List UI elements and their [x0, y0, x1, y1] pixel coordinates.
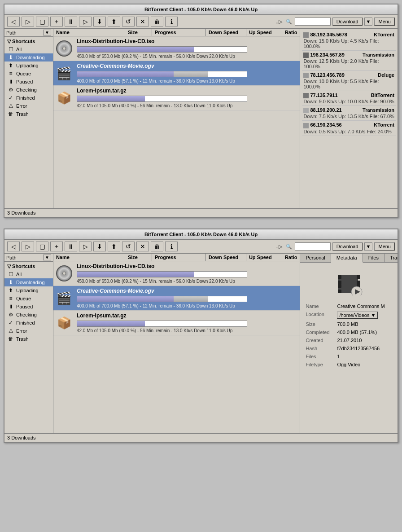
- meta-created-value: 21.07.2010: [335, 336, 394, 344]
- peer-client-1: KTorrent: [374, 32, 394, 37]
- torrent-list-1: Linux-Distribution-Live-CD.iso 450.0 Mb …: [53, 36, 300, 208]
- torrent-item-2-3[interactable]: 📦 Lorem-Ipsum.tar.gz 42.0 Mb of 105.0 Mb…: [53, 311, 300, 335]
- progress-fill-2-2: [77, 296, 174, 302]
- th-downspeed[interactable]: Down Speed: [206, 29, 246, 36]
- remove-button-2[interactable]: ✕: [136, 242, 149, 251]
- sidebar-item-all[interactable]: ☐ All: [4, 45, 53, 53]
- peer-icon-5: [303, 108, 309, 113]
- delete-button-2[interactable]: 🗑: [151, 242, 163, 251]
- torrent-item-1[interactable]: Linux-Distribution-Live-CD.iso 450.0 Mb …: [53, 36, 300, 61]
- sidebar-item-trash-2[interactable]: 🗑 Trash: [4, 335, 53, 343]
- tab-files[interactable]: Files: [363, 254, 385, 262]
- th-progress[interactable]: Progress: [152, 29, 206, 36]
- path-arrow-2[interactable]: ▼: [43, 255, 51, 260]
- window-button[interactable]: ▢: [36, 17, 48, 26]
- tab-transfer[interactable]: Transfer: [385, 254, 398, 262]
- uploading-icon-2: ⬆: [7, 287, 14, 294]
- table-header-1: Name Size Progress Down Speed Up Speed R…: [53, 29, 300, 36]
- downloading-label: Downloading: [16, 55, 45, 60]
- forward-button-2[interactable]: ▷: [22, 242, 34, 251]
- pause-button-2[interactable]: ⏸: [65, 242, 77, 251]
- th-name[interactable]: Name: [53, 29, 125, 36]
- up-button-2[interactable]: ⬆: [108, 242, 120, 251]
- progress-fill-2b: [174, 71, 208, 77]
- search-input-2[interactable]: [295, 242, 331, 251]
- info-button-2[interactable]: ℹ: [165, 242, 178, 251]
- remove-button[interactable]: ✕: [136, 17, 149, 26]
- all-icon: ☐: [7, 46, 14, 53]
- refresh-button[interactable]: ↺: [122, 17, 135, 26]
- peer-stats-2: Down: 12.5 Kb/s Up: 2.0 Kb/s File: 100.0…: [303, 58, 394, 69]
- th-upspeed-2[interactable]: Up Speed: [246, 254, 282, 261]
- download-arrow[interactable]: ▼: [364, 18, 373, 26]
- peer-icon-2: [303, 53, 309, 58]
- downloading-icon-2: ⬇: [7, 279, 14, 286]
- queue-icon-2: ≡: [7, 295, 14, 302]
- window-button-2[interactable]: ▢: [36, 242, 48, 251]
- svg-rect-7: [338, 284, 341, 288]
- th-downspeed-2[interactable]: Down Speed: [206, 254, 246, 261]
- all-label-2: All: [16, 272, 22, 277]
- th-name-2[interactable]: Name: [53, 254, 125, 261]
- forward-button[interactable]: ▷: [22, 17, 34, 26]
- peer-ip-2: 198.234.567.89: [310, 52, 344, 57]
- tab-metadata[interactable]: Metadata: [331, 254, 363, 263]
- torrent-item-2-1[interactable]: Linux-Distribution-Live-CD.iso 450.0 Mb …: [53, 261, 300, 286]
- th-upspeed[interactable]: Up Speed: [246, 29, 282, 36]
- sidebar-item-paused[interactable]: ⏸ Paused: [4, 78, 53, 86]
- meta-row-size: Size 700.0 MB: [304, 320, 394, 328]
- sidebar-item-queue-2[interactable]: ≡ Queue: [4, 295, 53, 303]
- peer-icon-3: [303, 73, 309, 78]
- down-button[interactable]: ⬇: [93, 17, 106, 26]
- back-button-2[interactable]: ◁: [7, 242, 20, 251]
- window-gap: [0, 221, 402, 225]
- add-button[interactable]: +: [50, 17, 63, 26]
- info-button[interactable]: ℹ: [165, 17, 178, 26]
- download-arrow-2[interactable]: ▼: [364, 242, 373, 251]
- uploading-label-2: Uploading: [16, 288, 39, 293]
- sidebar-item-checking[interactable]: ⚙ Checking: [4, 86, 53, 94]
- th-ratio-2[interactable]: Ratio: [282, 254, 300, 261]
- th-ratio[interactable]: Ratio: [282, 29, 300, 36]
- play-button-2[interactable]: ▷: [79, 242, 92, 251]
- th-size-2[interactable]: Size: [125, 254, 152, 261]
- delete-button[interactable]: 🗑: [151, 17, 163, 26]
- path-header-2: Path ▼: [4, 254, 53, 262]
- sidebar-item-checking-2[interactable]: ⚙ Checking: [4, 311, 53, 319]
- sidebar-item-downloading[interactable]: ⬇ Downloading: [4, 53, 53, 62]
- torrent-item-3[interactable]: 📦 Lorem-Ipsum.tar.gz 42.0 Mb of 105.0 Mb…: [53, 86, 300, 110]
- play-button[interactable]: ▷: [79, 17, 92, 26]
- torrent-item-2-2[interactable]: 🎬 Creative-Commons-Movie.ogv 400.0 Mb of…: [53, 286, 300, 311]
- progress-bar-2: [77, 71, 247, 77]
- sidebar-item-uploading-2[interactable]: ⬆ Uploading: [4, 286, 53, 295]
- sidebar-item-downloading-2[interactable]: ⬇ Downloading: [4, 278, 53, 286]
- sidebar-item-all-2[interactable]: ☐ All: [4, 270, 53, 278]
- sidebar-item-finished-2[interactable]: ✓ Finished: [4, 319, 53, 327]
- refresh-button-2[interactable]: ↺: [122, 242, 135, 251]
- up-button[interactable]: ⬆: [108, 17, 120, 26]
- pause-button[interactable]: ⏸: [65, 17, 77, 26]
- sidebar-item-error[interactable]: ⚠ Error: [4, 102, 53, 110]
- sidebar-item-paused-2[interactable]: ⏸ Paused: [4, 303, 53, 311]
- download-button-2[interactable]: Download: [332, 242, 363, 251]
- add-button-2[interactable]: +: [50, 242, 63, 251]
- down-button-2[interactable]: ⬇: [93, 242, 106, 251]
- sidebar-item-trash[interactable]: 🗑 Trash: [4, 110, 53, 118]
- back-button[interactable]: ◁: [7, 17, 20, 26]
- sidebar-item-queue[interactable]: ≡ Queue: [4, 70, 53, 78]
- path-arrow[interactable]: ▼: [43, 30, 51, 35]
- torrent-stats-3: 42.0 Mb of 105.0 Mb (40.0 %) - 56 Min. r…: [77, 103, 298, 108]
- menu-button[interactable]: Menu: [374, 18, 395, 26]
- torrent-item-2[interactable]: 🎬 Creative-Commons-Movie.ogv 400.0 Mb of…: [53, 61, 300, 86]
- empty-space-1: [53, 110, 300, 146]
- th-size[interactable]: Size: [125, 29, 152, 36]
- sidebar-item-uploading[interactable]: ⬆ Uploading: [4, 62, 53, 70]
- tab-personal[interactable]: Personal: [300, 254, 331, 262]
- download-button[interactable]: Download: [332, 18, 363, 26]
- search-input[interactable]: [295, 18, 331, 26]
- location-select[interactable]: /home/Videos ▼: [337, 312, 378, 319]
- menu-button-2[interactable]: Menu: [374, 242, 395, 251]
- sidebar-item-error-2[interactable]: ⚠ Error: [4, 327, 53, 335]
- th-progress-2[interactable]: Progress: [152, 254, 206, 261]
- sidebar-item-finished[interactable]: ✓ Finished: [4, 94, 53, 102]
